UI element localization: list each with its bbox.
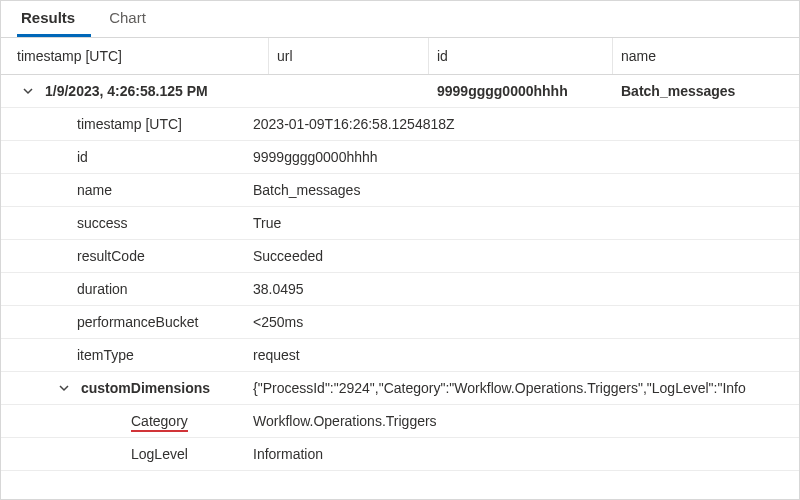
detail-value: 2023-01-09T16:26:58.1254818Z (245, 108, 799, 140)
col-header-url[interactable]: url (269, 38, 429, 74)
detail-key: id (1, 141, 245, 173)
detail-value: True (245, 207, 799, 239)
cd-category: Category Workflow.Operations.Triggers (1, 405, 799, 438)
chevron-down-icon[interactable] (57, 382, 71, 394)
customdimensions-raw: {"ProcessId":"2924","Category":"Workflow… (245, 372, 799, 404)
summary-timestamp: 1/9/2023, 4:26:58.125 PM (45, 83, 208, 99)
detail-key: name (1, 174, 245, 206)
detail-key: itemType (1, 339, 245, 371)
col-header-name[interactable]: name (613, 38, 799, 74)
cd-category-label: Category (131, 413, 188, 432)
detail-value: 38.0495 (245, 273, 799, 305)
cd-value: Information (245, 438, 799, 470)
cd-value: Workflow.Operations.Triggers (245, 405, 799, 437)
detail-performancebucket: performanceBucket <250ms (1, 306, 799, 339)
col-header-id[interactable]: id (429, 38, 613, 74)
customdimensions-label: customDimensions (81, 380, 210, 396)
detail-itemtype: itemType request (1, 339, 799, 372)
tab-bar: Results Chart (1, 1, 799, 38)
summary-name: Batch_messages (613, 75, 799, 107)
summary-id: 9999gggg0000hhhh (429, 75, 613, 107)
summary-url (269, 83, 429, 99)
cd-loglevel: LogLevel Information (1, 438, 799, 471)
result-row[interactable]: 1/9/2023, 4:26:58.125 PM 9999gggg0000hhh… (1, 75, 799, 108)
detail-key: duration (1, 273, 245, 305)
detail-customdimensions[interactable]: customDimensions {"ProcessId":"2924","Ca… (1, 372, 799, 405)
col-header-timestamp[interactable]: timestamp [UTC] (1, 38, 269, 74)
chevron-down-icon[interactable] (21, 85, 35, 97)
tab-results[interactable]: Results (17, 1, 91, 37)
detail-duration: duration 38.0495 (1, 273, 799, 306)
detail-resultcode: resultCode Succeeded (1, 240, 799, 273)
cd-key: LogLevel (1, 438, 245, 470)
detail-key: performanceBucket (1, 306, 245, 338)
detail-success: success True (1, 207, 799, 240)
detail-key: timestamp [UTC] (1, 108, 245, 140)
detail-key: success (1, 207, 245, 239)
detail-value: 9999gggg0000hhhh (245, 141, 799, 173)
detail-name: name Batch_messages (1, 174, 799, 207)
cd-key: Category (1, 405, 245, 437)
detail-value: Batch_messages (245, 174, 799, 206)
column-headers: timestamp [UTC] url id name (1, 38, 799, 75)
detail-value: <250ms (245, 306, 799, 338)
detail-value: request (245, 339, 799, 371)
detail-id: id 9999gggg0000hhhh (1, 141, 799, 174)
detail-timestamp: timestamp [UTC] 2023-01-09T16:26:58.1254… (1, 108, 799, 141)
tab-chart[interactable]: Chart (105, 1, 162, 37)
detail-value: Succeeded (245, 240, 799, 272)
detail-key: resultCode (1, 240, 245, 272)
